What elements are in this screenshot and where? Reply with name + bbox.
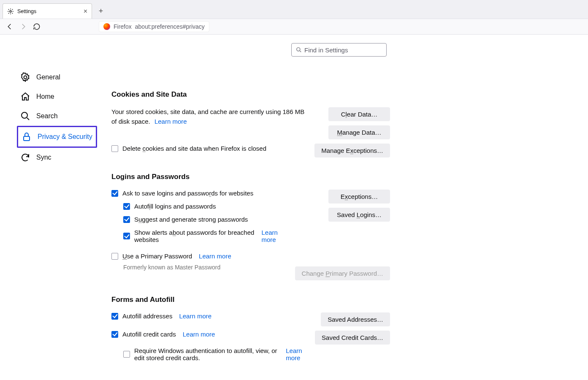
- back-button[interactable]: [6, 23, 14, 30]
- gear-icon: [7, 8, 14, 15]
- forward-button[interactable]: [19, 23, 27, 30]
- new-tab-button[interactable]: +: [95, 5, 107, 17]
- url-brand: Firefox: [114, 23, 132, 30]
- reload-button[interactable]: [33, 23, 41, 30]
- browser-tab[interactable]: Settings ×: [3, 3, 92, 19]
- url-text: about:preferences#privacy: [135, 23, 205, 30]
- firefox-icon: [103, 23, 110, 30]
- tab-strip: Settings × +: [0, 0, 588, 19]
- close-icon[interactable]: ×: [84, 8, 87, 15]
- browser-toolbar: Firefox about:preferences#privacy: [0, 19, 588, 35]
- tab-title: Settings: [17, 8, 80, 14]
- svg-point-0: [10, 11, 11, 12]
- url-bar[interactable]: Firefox about:preferences#privacy: [99, 21, 209, 32]
